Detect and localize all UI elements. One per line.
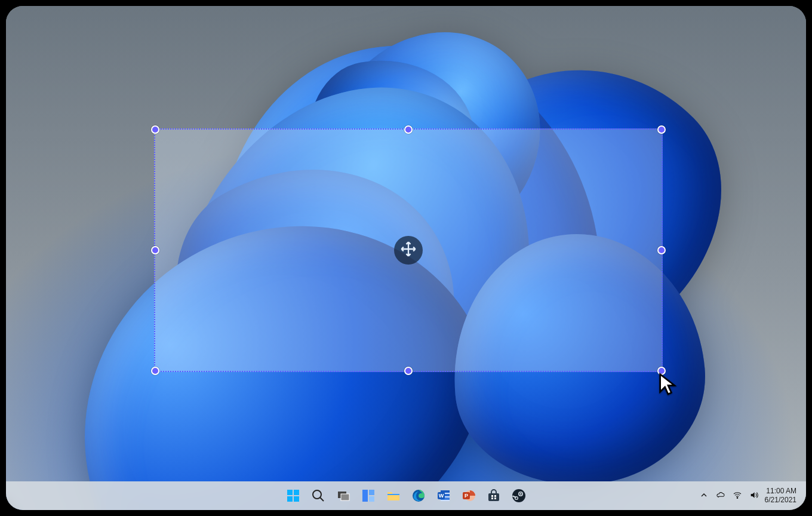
svg-rect-24 [494, 495, 496, 497]
resize-handle-bottom-left[interactable] [151, 367, 159, 375]
volume-icon[interactable] [749, 490, 759, 502]
svg-point-31 [737, 497, 738, 498]
taskbar-widgets-button[interactable] [358, 485, 379, 506]
taskbar-store-button[interactable] [483, 485, 505, 506]
taskbar-center-apps: W P [282, 485, 530, 506]
taskbar: W P [6, 481, 806, 510]
taskbar-powerpoint-button[interactable]: P [458, 485, 479, 506]
svg-rect-1 [294, 490, 299, 495]
move-icon [400, 241, 417, 260]
svg-rect-3 [294, 496, 299, 502]
onedrive-icon[interactable] [716, 490, 725, 502]
start-icon [286, 489, 300, 503]
svg-rect-26 [494, 497, 496, 499]
svg-rect-11 [387, 494, 399, 495]
resize-handle-top-right[interactable] [657, 125, 666, 134]
widgets-icon [361, 489, 376, 503]
resize-handle-top-middle[interactable] [404, 125, 413, 134]
powerpoint-icon: P [462, 489, 476, 503]
clock-time: 11:00 AM [765, 487, 796, 496]
edge-icon [411, 489, 426, 503]
wifi-icon[interactable] [733, 490, 742, 502]
svg-point-27 [512, 489, 525, 502]
svg-rect-22 [488, 493, 499, 501]
taskbar-file-explorer-button[interactable] [383, 485, 404, 506]
svg-text:W: W [439, 493, 444, 499]
svg-rect-7 [341, 494, 349, 500]
resize-handle-bottom-middle[interactable] [404, 367, 413, 375]
taskbar-word-button[interactable]: W [433, 485, 454, 506]
svg-rect-10 [369, 496, 374, 502]
word-icon: W [436, 489, 451, 503]
clock-date: 6/21/2021 [765, 496, 796, 505]
desktop-frame: W P [6, 6, 806, 510]
taskbar-clock[interactable]: 11:00 AM 6/21/2021 [765, 487, 800, 505]
file-explorer-icon [386, 489, 401, 503]
svg-rect-25 [491, 497, 493, 499]
svg-text:P: P [465, 493, 468, 499]
taskbar-steam-button[interactable] [508, 485, 530, 506]
taskbar-start-button[interactable] [282, 485, 304, 506]
svg-rect-23 [491, 495, 493, 497]
taskbar-edge-button[interactable] [408, 485, 429, 506]
svg-rect-8 [362, 490, 368, 502]
svg-rect-9 [369, 490, 374, 495]
mouse-cursor [659, 373, 678, 397]
search-icon [311, 489, 325, 503]
resize-handle-top-left[interactable] [151, 125, 159, 134]
taskbar-task-view-button[interactable] [333, 485, 354, 506]
resize-handle-middle-right[interactable] [657, 246, 666, 254]
svg-line-5 [320, 497, 324, 501]
crop-selection[interactable] [154, 128, 663, 372]
resize-handle-middle-left[interactable] [151, 246, 159, 254]
tray-overflow-icon[interactable] [699, 490, 709, 502]
system-tray: 11:00 AM 6/21/2021 [699, 487, 800, 505]
svg-point-29 [520, 493, 522, 495]
move-selection-handle[interactable] [394, 236, 423, 265]
svg-point-4 [313, 490, 321, 499]
task-view-icon [336, 489, 350, 503]
store-icon [487, 489, 501, 503]
svg-rect-2 [287, 496, 293, 502]
svg-rect-0 [287, 490, 293, 495]
taskbar-search-button[interactable] [307, 485, 329, 506]
steam-icon [512, 489, 526, 503]
